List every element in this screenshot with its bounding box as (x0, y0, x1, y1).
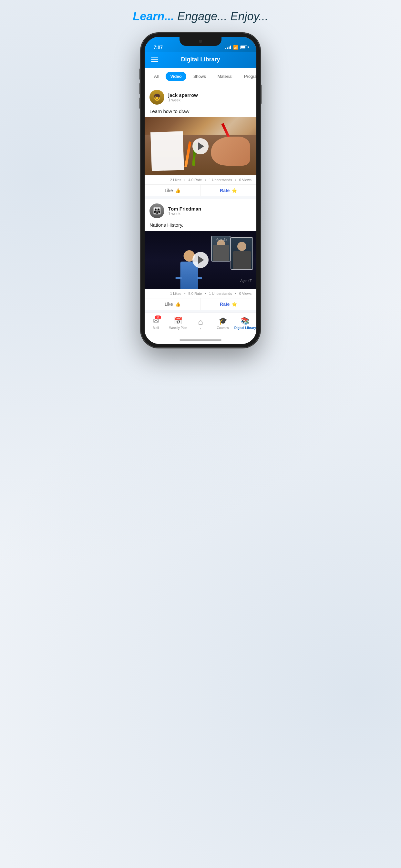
battery-icon (240, 45, 247, 49)
page-header: Learn... Engage... Enjoy... (133, 10, 268, 23)
post-meta-1: jack sparrow 1 week (168, 92, 198, 102)
post-rate-1: 4.0 Rate (189, 178, 202, 182)
avatar-jack: 👦 (150, 90, 164, 104)
portrait-frame-2 (230, 237, 253, 270)
video-thumb-1[interactable] (145, 117, 256, 175)
digital-library-icon: 📚 (241, 317, 250, 325)
phone-frame: 7:07 📶 (141, 33, 260, 348)
menu-button[interactable] (151, 58, 158, 62)
star-icon-1: ⭐ (232, 188, 237, 193)
post-meta-2: Tom Friedman 1 week (168, 206, 201, 216)
nav-title: Digital Library (181, 56, 220, 63)
filter-tab-video[interactable]: Video (166, 72, 186, 81)
post-stats-2: 1 Likes • 5.0 Rate • 1 Understands • 0 V… (145, 289, 256, 298)
rate-label-2: Rate (220, 302, 229, 307)
post-views-1: 0 Views (239, 178, 251, 182)
phone-screen: 7:07 📶 (145, 37, 256, 344)
home-icon: ⌂ (198, 317, 203, 327)
age-old: Age 47 (240, 279, 251, 283)
post-header-1: 👦 jack sparrow 1 week (145, 85, 256, 107)
content-area: 👦 jack sparrow 1 week Learn how to draw (145, 85, 256, 313)
filter-tab-all[interactable]: All (150, 72, 163, 81)
post-likes-2: 1 Likes (170, 291, 181, 296)
nav-bar: Digital Library (145, 52, 256, 68)
signal-icon (225, 45, 231, 49)
post-time-2: 1 week (168, 212, 201, 216)
wifi-icon: 📶 (233, 45, 238, 50)
post-card-1: 👦 jack sparrow 1 week Learn how to draw (145, 85, 256, 196)
notch (180, 37, 221, 46)
header-rest: Engage... Enjoy... (174, 10, 268, 23)
filter-bar: All Video Shows Material Programs (145, 68, 256, 85)
post-title-1: Learn how to draw (145, 107, 256, 117)
like-label-1: Like (165, 188, 173, 193)
filter-tab-programs[interactable]: Programs (240, 72, 256, 81)
post-author-1: jack sparrow (168, 92, 198, 98)
mail-badge: 11 (155, 315, 161, 319)
star-icon-2: ⭐ (232, 302, 237, 307)
header-learn: Learn... (133, 10, 174, 23)
post-likes-1: 2 Likes (170, 178, 181, 182)
tab-home[interactable]: ⌂ ● (189, 315, 212, 331)
post-title-2: Nations History. (145, 221, 256, 231)
filter-tab-material[interactable]: Material (213, 72, 237, 81)
filter-tab-shows[interactable]: Shows (189, 72, 211, 81)
home-bar (180, 339, 221, 341)
courses-icon: 🎓 (219, 317, 227, 325)
avatar-tom: 👨‍👩‍👧 (150, 204, 164, 218)
rate-button-1[interactable]: Rate ⭐ (201, 185, 257, 196)
post-rate-2: 5.0 Rate (189, 291, 202, 296)
thumb-up-icon-2: 👍 (175, 302, 181, 307)
rate-label-1: Rate (220, 188, 229, 193)
tab-mail-label: Mail (153, 326, 158, 330)
post-actions-2: Like 👍 Rate ⭐ (145, 298, 256, 310)
tab-digital-library-label: Digital Library (235, 326, 256, 330)
post-views-2: 0 Views (239, 291, 251, 296)
tab-weekly-plan[interactable]: 📅 Weekly Plan (167, 315, 189, 331)
home-indicator (145, 337, 256, 344)
status-time: 7:07 (154, 41, 163, 50)
tab-mail[interactable]: 11 ✉ Mail (145, 315, 167, 331)
bottom-tab-bar: 11 ✉ Mail 📅 Weekly Plan ⌂ ● 🎓 Courses (145, 313, 256, 337)
rate-button-2[interactable]: Rate ⭐ (201, 299, 257, 310)
post-actions-1: Like 👍 Rate ⭐ (145, 184, 256, 196)
thumb-up-icon: 👍 (175, 188, 181, 193)
play-button-1[interactable] (192, 138, 209, 154)
tab-digital-library[interactable]: 📚 Digital Library (234, 315, 256, 331)
tab-home-dot: ● (200, 328, 201, 330)
post-header-2: 👨‍👩‍👧 Tom Friedman 1 week (145, 199, 256, 221)
tab-weekly-plan-label: Weekly Plan (169, 326, 187, 330)
like-label-2: Like (165, 302, 173, 307)
front-camera (199, 40, 202, 43)
video-thumb-2[interactable]: Age 19 Age 47 (145, 231, 256, 289)
like-button-1[interactable]: Like 👍 (145, 185, 201, 196)
play-button-2[interactable] (192, 252, 209, 268)
post-card-2: 👨‍👩‍👧 Tom Friedman 1 week Nations Histor… (145, 199, 256, 310)
page-wrapper: Learn... Engage... Enjoy... 7:07 📶 (100, 10, 301, 348)
tab-courses[interactable]: 🎓 Courses (212, 315, 234, 331)
weekly-plan-icon: 📅 (174, 317, 182, 325)
post-stats-1: 2 Likes • 4.0 Rate • 1 Understands • 0 V… (145, 175, 256, 184)
post-understands-2: 1 Understands (209, 291, 232, 296)
post-author-2: Tom Friedman (168, 206, 201, 212)
tab-courses-label: Courses (217, 326, 229, 330)
post-time-1: 1 week (168, 98, 198, 102)
like-button-2[interactable]: Like 👍 (145, 299, 201, 310)
age-young: Age 19 (216, 237, 227, 241)
post-understands-1: 1 Understands (209, 178, 232, 182)
